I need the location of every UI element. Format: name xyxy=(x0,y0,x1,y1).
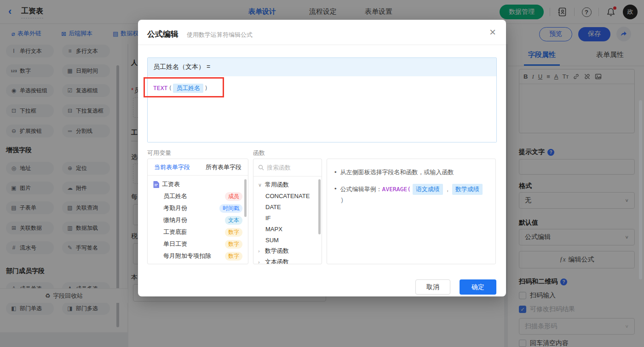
chevron-closed-icon: › xyxy=(258,248,263,254)
variable-row[interactable]: 工资底薪数字 xyxy=(148,226,248,238)
function-group-common[interactable]: ∨ 常用函数 xyxy=(253,179,322,190)
variable-row[interactable]: 考勤月份时间戳 xyxy=(148,202,248,214)
function-group-text[interactable]: › 文本函数 xyxy=(253,256,322,264)
example-chip-1: 语文成绩 xyxy=(413,184,443,195)
cancel-button[interactable]: 取消 xyxy=(415,279,450,295)
form-doc-icon xyxy=(153,181,159,188)
confirm-button[interactable]: 确定 xyxy=(460,279,496,295)
function-item[interactable]: DATE xyxy=(253,201,322,212)
chevron-closed-icon: › xyxy=(258,259,263,264)
modal-header-divider xyxy=(138,45,506,45)
app-root: ‹ 工资表 表单设计 流程设定 表单设置 数据管理 ? 政 ⌀ 表单外链 xyxy=(0,0,644,347)
type-badge: 时间戳 xyxy=(219,204,242,213)
function-group-math[interactable]: › 数学函数 xyxy=(253,245,322,256)
variables-scrollbar[interactable] xyxy=(244,179,247,217)
search-input[interactable] xyxy=(267,164,313,171)
type-badge: 数字 xyxy=(225,252,242,261)
variable-row[interactable]: 单日工资数字 xyxy=(148,238,248,250)
variable-row[interactable]: 每月附加专项扣除数字 xyxy=(148,250,248,262)
property-panel-scrollbar[interactable] xyxy=(639,100,642,279)
variable-row-clipped xyxy=(148,262,248,264)
formula-editor-box: 员工姓名（文本） = TEXT(员工姓名) xyxy=(147,57,497,142)
close-icon[interactable]: × xyxy=(489,25,496,39)
function-item[interactable]: MAPX xyxy=(253,223,322,234)
type-badge: 成员 xyxy=(225,192,242,201)
function-item[interactable]: SUM xyxy=(253,234,322,245)
variable-row[interactable]: 缴纳月份文本 xyxy=(148,214,248,226)
help-line-1: •从左侧面板选择字段名和函数，或输入函数 xyxy=(334,167,488,177)
chevron-open-icon: ∨ xyxy=(258,182,263,188)
example-chip-2: 数学成绩 xyxy=(452,184,483,195)
field-chip[interactable]: 员工姓名 xyxy=(173,84,203,93)
help-panel: •从左侧面板选择字段名和函数，或输入函数 • 公式编辑举例：AVERAGE( 语… xyxy=(327,159,496,264)
variables-panel: 当前表单字段 所有表单字段 工资表 员工姓名成员 考勤月份时间戳 缴纳月份文本 … xyxy=(147,159,248,264)
function-search[interactable] xyxy=(253,159,322,176)
type-badge: 数字 xyxy=(225,228,242,237)
formula-function-name: TEXT xyxy=(153,85,167,91)
functions-panel: ∨ 常用函数 CONCATENATE DATE IF MAPX SUM › 数学… xyxy=(253,159,322,264)
type-badge: 数字 xyxy=(225,240,242,249)
tab-all-form-fields[interactable]: 所有表单字段 xyxy=(206,163,242,171)
tab-current-form-fields[interactable]: 当前表单字段 xyxy=(154,163,190,171)
formula-edit-modal: 公式编辑 使用数学运算符编辑公式 × 员工姓名（文本） = TEXT(员工姓名)… xyxy=(138,20,506,296)
help-line-2: • 公式编辑举例：AVERAGE( 语文成绩 ， 数学成绩 ) xyxy=(334,184,488,205)
modal-subtitle: 使用数学运算符编辑公式 xyxy=(187,31,253,39)
example-function-name: AVERAGE( xyxy=(382,186,411,193)
function-item[interactable]: CONCATENATE xyxy=(253,190,322,201)
function-item[interactable]: IF xyxy=(253,212,322,223)
formula-input-area[interactable]: TEXT(员工姓名) xyxy=(148,76,496,142)
form-tree-root[interactable]: 工资表 xyxy=(148,176,248,190)
variable-row[interactable]: 员工姓名成员 xyxy=(148,190,248,202)
functions-label: 函数 xyxy=(253,149,265,157)
modal-title: 公式编辑 xyxy=(147,29,178,40)
variables-label: 可用变量 xyxy=(147,149,171,157)
search-icon xyxy=(258,165,264,171)
functions-scrollbar[interactable] xyxy=(318,179,321,234)
type-badge: 文本 xyxy=(225,216,242,225)
formula-target-header: 员工姓名（文本） = xyxy=(148,58,496,76)
